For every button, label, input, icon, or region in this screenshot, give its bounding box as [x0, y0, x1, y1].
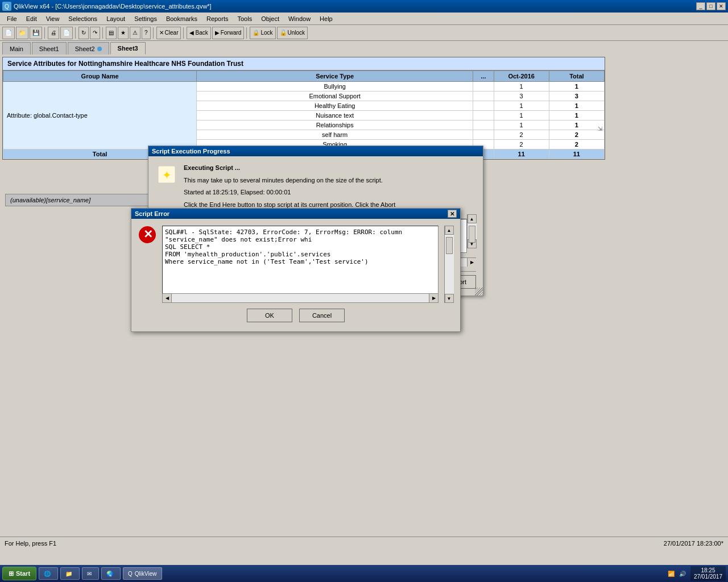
forward-button[interactable]: ▶ Forward — [212, 27, 245, 39]
err-scroll-track — [445, 235, 454, 294]
save-button[interactable]: 💾 — [30, 27, 42, 39]
err-hscroll-track[interactable] — [172, 294, 429, 302]
err-hscroll-right[interactable]: ▶ — [429, 294, 438, 302]
col-ellipsis[interactable]: ... — [473, 71, 494, 82]
err-scroll-down[interactable]: ▼ — [445, 294, 454, 303]
status-datetime: 27/01/2017 18:23:00* — [664, 540, 723, 547]
menu-file[interactable]: File — [2, 14, 22, 23]
tab-sheet3[interactable]: Sheet3 — [110, 42, 146, 55]
hscroll-right[interactable]: ▶ — [467, 258, 476, 267]
error-close-button[interactable]: ✕ — [448, 210, 457, 218]
col-service-type: Service Type — [197, 71, 473, 82]
restore-button[interactable]: □ — [706, 2, 715, 10]
cancel-button[interactable]: Cancel — [299, 309, 345, 322]
svg-text:✦: ✦ — [162, 169, 172, 181]
volume-icon: 🔊 — [679, 571, 686, 577]
menu-layout[interactable]: Layout — [102, 14, 130, 23]
oct-bullying: 1 — [494, 82, 549, 92]
help-button[interactable]: ? — [142, 27, 151, 39]
menu-reports[interactable]: Reports — [202, 14, 233, 23]
taskbar-qlikview[interactable]: Q QlikView — [123, 567, 162, 580]
clear-button[interactable]: ✕ Clear — [156, 27, 181, 39]
error-vscrollbar[interactable]: ▲ ▼ — [444, 226, 453, 303]
menu-edit[interactable]: Edit — [22, 14, 42, 23]
executing-label: Executing Script ... — [184, 163, 395, 173]
print-button[interactable]: 🖨 — [48, 27, 59, 39]
menu-window[interactable]: Window — [284, 14, 315, 23]
tab-sheet1[interactable]: Sheet1 — [32, 42, 67, 55]
taskbar: ⊞ Start 🌐 📁 ✉ 🌏 Q QlikView 📶 🔊 18:25 27/… — [0, 565, 728, 582]
table-title: Service Attributes for Nottinghamshire H… — [3, 57, 605, 70]
minimize-button[interactable]: _ — [696, 2, 705, 10]
table-resize-icon[interactable]: ⇲ — [597, 124, 605, 132]
progress-scrollbar[interactable]: ▲ ▼ — [467, 214, 476, 248]
back-icon: ◀ — [189, 30, 194, 36]
unlock-button[interactable]: 🔓 Unlock — [277, 27, 308, 39]
taskbar-explorer[interactable]: 📁 — [60, 567, 80, 580]
main-content: Service Attributes for Nottinghamshire H… — [0, 55, 728, 549]
menu-bar: File Edit View Selections Layout Setting… — [0, 13, 728, 25]
col-total: Total — [549, 71, 604, 82]
script-info1: This may take up to several minutes depe… — [184, 176, 395, 186]
scroll-track — [468, 223, 477, 239]
taskbar-ie[interactable]: 🌏 — [101, 567, 121, 580]
close-button[interactable]: ✕ — [717, 2, 726, 10]
folder-icon: 📁 — [65, 571, 72, 577]
title-bar: Q QlikView x64 - [C:\Users\jonnagaddav\D… — [0, 0, 728, 13]
tab-main[interactable]: Main — [2, 42, 31, 55]
ok-button[interactable]: OK — [247, 309, 292, 322]
menu-object[interactable]: Object — [257, 14, 284, 23]
dialog-resize-handle[interactable] — [475, 288, 483, 296]
start-button[interactable]: ⊞ Start — [2, 567, 36, 580]
lock-button[interactable]: 🔒 Lock — [250, 27, 275, 39]
err-hscroll-left[interactable]: ◀ — [163, 294, 172, 302]
menu-tools[interactable]: Tools — [233, 14, 257, 23]
menu-help[interactable]: Help — [315, 14, 337, 23]
col-oct2016: Oct-2016 — [494, 71, 549, 82]
partial-reload-button[interactable]: ↷ — [90, 27, 100, 39]
back-button[interactable]: ◀ Back — [187, 27, 210, 39]
menu-settings[interactable]: Settings — [130, 14, 162, 23]
menu-bookmarks[interactable]: Bookmarks — [162, 14, 202, 23]
open-button[interactable]: 📁 — [16, 27, 28, 39]
toolbar: 📄 📁 💾 🖨 📄 ↻ ↷ ▤ ★ ⚠ ? ✕ Clear ◀ Back ▶ F… — [0, 25, 728, 41]
bookmark-button[interactable]: ★ — [118, 27, 129, 39]
ie-icon: 🌏 — [106, 571, 113, 577]
svg-text:⇲: ⇲ — [598, 126, 602, 132]
table-row: Attribute: global.Contact-type Bullying … — [3, 82, 605, 92]
network-icon: 📶 — [668, 571, 675, 577]
chrome-icon: 🌐 — [44, 571, 51, 577]
err-scroll-up[interactable]: ▲ — [445, 226, 454, 235]
script-info2: Started at 18:25:19, Elapsed: 00:00:01 — [184, 188, 395, 198]
data-table-container: Service Attributes for Nottinghamshire H… — [2, 57, 605, 160]
window-title: QlikView x64 - [C:\Users\jonnagaddav\Des… — [14, 3, 212, 10]
scroll-thumb[interactable] — [469, 226, 475, 243]
alert-button[interactable]: ⚠ — [130, 27, 140, 39]
status-text: For Help, press F1 — [5, 540, 56, 547]
error-message-area: SQL##l - SqlState: 42703, ErrorCode: 7, … — [162, 226, 439, 294]
err-scroll-thumb[interactable] — [446, 237, 453, 254]
windows-logo: ⊞ — [9, 570, 14, 577]
script-error-dialog: Script Error ✕ ✕ SQL##l - SqlState: 4270… — [131, 208, 461, 332]
taskbar-chrome[interactable]: 🌐 — [39, 567, 58, 580]
taskbar-mail[interactable]: ✉ — [82, 567, 99, 580]
system-clock[interactable]: 18:25 27/01/2017 — [690, 566, 726, 581]
col-group-name: Group Name — [3, 71, 197, 82]
qlikview-icon: Q — [128, 571, 133, 577]
tab-sheet2[interactable]: Sheet2 — [68, 42, 109, 55]
menu-view[interactable]: View — [42, 14, 64, 23]
unavailable-cell: (unavailable)[serrvice_name] — [5, 194, 164, 206]
reload-button[interactable]: ↻ — [78, 27, 89, 39]
print-preview-button[interactable]: 📄 — [60, 27, 73, 39]
forward-icon: ▶ — [215, 30, 220, 36]
taskbar-right: 📶 🔊 18:25 27/01/2017 — [668, 566, 726, 581]
app-icon: Q — [2, 2, 11, 11]
sheet2-dot — [97, 47, 102, 51]
status-bar: For Help, press F1 27/01/2017 18:23:00* — [0, 537, 728, 549]
new-button[interactable]: 📄 — [2, 27, 15, 39]
error-icon: ✕ — [138, 226, 156, 244]
menu-selections[interactable]: Selections — [64, 14, 102, 23]
chart-button[interactable]: ▤ — [106, 27, 117, 39]
scroll-up-btn[interactable]: ▲ — [468, 214, 477, 223]
unlock-icon: 🔓 — [280, 30, 287, 36]
